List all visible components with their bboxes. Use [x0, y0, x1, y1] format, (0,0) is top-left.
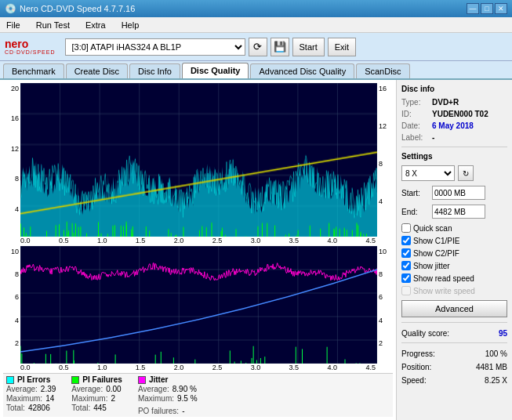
show-c2-pif-checkbox[interactable] [401, 248, 411, 258]
pi-errors-max-value: 14 [45, 394, 54, 403]
show-read-speed-checkbox[interactable] [401, 273, 411, 283]
refresh-icon: ⟳ [253, 41, 262, 52]
bottom-chart-yr-8: 8 [379, 270, 383, 278]
show-write-speed-row: Show write speed [401, 286, 507, 295]
save-button[interactable]: 💾 [271, 38, 289, 56]
tab-advanced-disc-quality[interactable]: Advanced Disc Quality [250, 63, 354, 78]
top-x-30: 3.0 [251, 237, 261, 244]
show-c1-pie-checkbox[interactable] [401, 236, 411, 245]
refresh-speed-button[interactable]: ↻ [458, 165, 474, 181]
show-write-speed-label: Show write speed [413, 287, 475, 295]
pi-failures-legend: PI Failures Average: 0.00 Maximum: 2 Tot… [71, 375, 122, 412]
top-x-45: 4.5 [365, 237, 376, 244]
close-button[interactable]: ✕ [495, 3, 507, 14]
end-input[interactable] [432, 205, 485, 219]
jitter-color [138, 376, 146, 384]
bottom-chart-y-6: 6 [15, 293, 19, 301]
disc-id-row: ID: YUDEN000 T02 [401, 110, 507, 118]
quick-scan-row: Quick scan [401, 223, 507, 233]
disc-id-label: ID: [401, 110, 429, 118]
app-title: Nero CD-DVD Speed 4.7.7.16 [20, 4, 135, 13]
legend-area: PI Errors Average: 2.39 Maximum: 14 Tota… [3, 373, 393, 417]
top-x-10: 1.0 [97, 237, 107, 244]
pi-failures-total-value: 445 [93, 404, 107, 412]
pi-failures-total-label: Total: [71, 404, 90, 412]
bottom-x-20: 2.0 [174, 364, 184, 371]
pi-failures-avg-label: Average: [71, 385, 103, 393]
bottom-x-45: 4.5 [365, 364, 376, 371]
speed-setting-row: 8 X ↻ [401, 165, 507, 181]
disc-date-value: 6 May 2018 [432, 121, 474, 130]
position-label: Position: [401, 363, 431, 371]
exit-button[interactable]: Exit [328, 38, 356, 56]
bottom-chart-yr-6: 6 [379, 293, 383, 301]
pi-failures-title: PI Failures [82, 375, 122, 384]
pi-failures-avg-value: 0.00 [106, 385, 121, 393]
bottom-chart-y-4: 4 [15, 317, 19, 324]
minimize-button[interactable]: — [467, 3, 479, 14]
tab-create-disc[interactable]: Create Disc [66, 63, 128, 78]
tab-disc-info[interactable]: Disc Info [129, 63, 180, 78]
tab-scan-disc[interactable]: ScanDisc [356, 63, 409, 78]
disc-type-row: Type: DVD+R [401, 98, 507, 107]
show-jitter-checkbox[interactable] [401, 261, 411, 270]
menu-help[interactable]: Help [118, 19, 143, 31]
top-chart-yr-16: 16 [379, 85, 387, 92]
top-x-05: 0.5 [59, 237, 69, 244]
title-bar: 💿 Nero CD-DVD Speed 4.7.7.16 — □ ✕ [0, 0, 512, 17]
divider-1 [401, 147, 507, 147]
menu-extra[interactable]: Extra [82, 19, 109, 31]
divider-2 [401, 322, 507, 323]
bottom-x-15: 1.5 [136, 364, 146, 371]
show-jitter-label: Show jitter [413, 262, 450, 270]
jitter-avg-label: Average: [138, 385, 169, 393]
jitter-max-label: Maximum: [138, 394, 174, 403]
maximize-button[interactable]: □ [481, 3, 493, 14]
drive-select[interactable]: [3:0] ATAPI iHAS324 A BL1P [65, 38, 245, 56]
disc-type-label: Type: [401, 98, 429, 107]
po-failures-value: - [182, 407, 184, 415]
disc-date-row: Date: 6 May 2018 [401, 121, 507, 130]
pi-errors-avg-label: Average: [6, 385, 38, 393]
show-c1-pie-label: Show C1/PIE [413, 237, 459, 245]
quality-score-label: Quality score: [401, 329, 449, 338]
advanced-button[interactable]: Advanced [401, 300, 507, 317]
position-row: Position: 4481 MB [401, 363, 507, 371]
main-content: 20 16 12 8 4 16 12 8 4 [0, 80, 512, 420]
jitter-title: Jitter [149, 375, 168, 384]
bottom-chart-yr-4: 4 [379, 317, 383, 324]
top-x-20: 2.0 [174, 237, 184, 244]
pi-errors-total-label: Total: [6, 404, 25, 412]
settings-title: Settings [401, 152, 507, 161]
bottom-chart-canvas [20, 246, 377, 364]
top-chart-yr-4: 4 [379, 197, 383, 205]
menu-file[interactable]: File [3, 19, 24, 31]
show-c2-pif-label: Show C2/PIF [413, 249, 459, 258]
menu-run-test[interactable]: Run Test [33, 19, 73, 31]
right-panel: Disc info Type: DVD+R ID: YUDEN000 T02 D… [396, 80, 512, 420]
app-icon: 💿 [5, 3, 16, 14]
start-input[interactable] [432, 186, 485, 200]
top-chart-yr-12: 12 [379, 122, 387, 130]
tab-benchmark[interactable]: Benchmark [3, 63, 64, 78]
top-x-25: 2.5 [212, 237, 223, 244]
bottom-x-05: 0.5 [59, 364, 69, 371]
bottom-x-25: 2.5 [212, 364, 223, 371]
pi-errors-max-label: Maximum: [6, 394, 42, 403]
start-button[interactable]: Start [292, 38, 325, 56]
show-write-speed-checkbox[interactable] [401, 286, 411, 295]
top-chart-y-20: 20 [11, 85, 19, 92]
nero-product: CD·DVD/SPEED [5, 49, 56, 55]
speed-label: Speed: [401, 376, 427, 385]
top-x-15: 1.5 [136, 237, 146, 244]
bottom-chart-y-10: 10 [11, 248, 19, 255]
quick-scan-checkbox[interactable] [401, 223, 411, 233]
bottom-x-35: 3.5 [289, 364, 300, 371]
speed-select[interactable]: 8 X [401, 165, 455, 181]
bottom-x-30: 3.0 [251, 364, 261, 371]
refresh-button[interactable]: ⟳ [249, 38, 267, 56]
speed-row: Speed: 8.25 X [401, 376, 507, 385]
tab-disc-quality[interactable]: Disc Quality [182, 63, 249, 78]
toolbar: nero CD·DVD/SPEED [3:0] ATAPI iHAS324 A … [0, 33, 512, 61]
jitter-legend: Jitter Average: 8.90 % Maximum: 9.5 % PO… [138, 375, 198, 415]
